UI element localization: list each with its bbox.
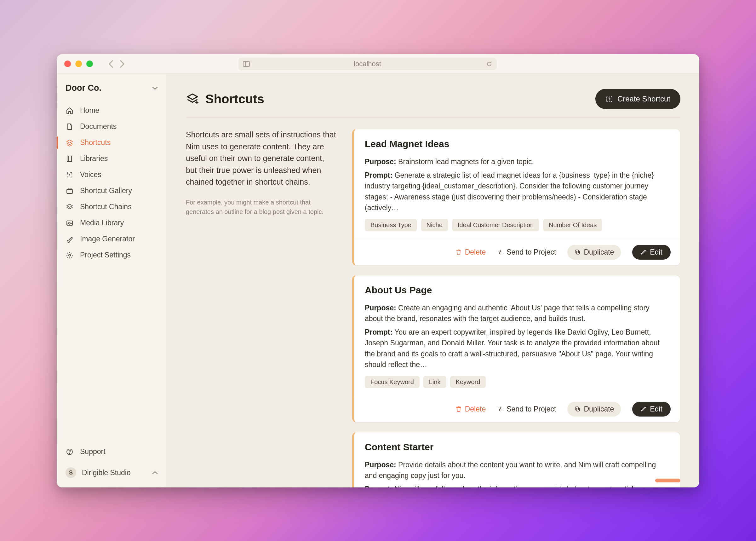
brush-icon [66,236,74,243]
tag: Link [423,376,446,388]
intro-example: For example, you might make a shortcut t… [186,198,337,217]
sidebar-item-image-generator[interactable]: Image Generator [57,231,167,247]
edit-button[interactable]: Edit [632,245,671,260]
tag: Keyword [450,376,486,388]
window-minimize-button[interactable] [75,61,82,67]
svg-rect-0 [243,61,249,67]
edit-button[interactable]: Edit [632,402,671,416]
pencil-icon [640,406,647,412]
sidebar-item-label: Media Library [80,219,124,227]
layers-icon [66,139,74,147]
traffic-lights [64,61,93,67]
studio-switcher[interactable]: S Dirigible Studio [57,460,167,487]
page-title: Shortcuts [205,92,264,106]
tag: Business Type [365,219,417,231]
sidebar-item-label: Shortcut Chains [80,203,132,211]
tag-list: Focus Keyword Link Keyword [365,376,669,388]
card-purpose: Purpose: Provide details about the conte… [365,459,669,481]
sidebar-item-label: Voices [80,171,102,179]
svg-rect-4 [67,189,73,194]
svg-rect-14 [575,407,578,410]
card-footer: Delete Send to Project Duplicate [354,396,680,422]
page-header: Shortcuts Create Shortcut [186,89,680,118]
send-to-project-button[interactable]: Send to Project [497,248,556,257]
sidebar-item-voices[interactable]: Voices [57,167,167,183]
intro-text: Shortcuts are small sets of instructions… [186,129,337,188]
delete-button[interactable]: Delete [456,248,486,257]
workspace-switcher[interactable]: Door Co. [57,83,167,102]
sidebar-item-shortcut-gallery[interactable]: Shortcut Gallery [57,183,167,199]
svg-point-7 [69,254,71,256]
card-purpose: Purpose: Create an engaging and authenti… [365,302,669,324]
chain-icon [66,203,74,211]
send-icon [497,406,503,412]
studio-avatar: S [66,467,76,478]
sidebar-item-shortcut-chains[interactable]: Shortcut Chains [57,199,167,215]
back-button[interactable] [108,60,114,68]
tag: Focus Keyword [365,376,420,388]
tag-list: Business Type Niche Ideal Customer Descr… [365,219,669,231]
copy-icon [574,249,580,255]
window-zoom-button[interactable] [86,61,93,67]
document-icon [66,123,74,131]
shortcut-card: Content Starter Purpose: Provide details… [352,432,680,488]
card-prompt: Prompt: Nim will carefully analyze the i… [365,484,669,488]
studio-label: Dirigible Studio [82,468,131,477]
svg-point-3 [69,174,70,176]
delete-button[interactable]: Delete [456,405,486,413]
card-footer: Delete Send to Project Duplicate [354,239,680,265]
svg-rect-13 [576,408,579,411]
sidebar-item-label: Home [80,106,99,115]
create-icon [605,95,613,103]
send-icon [497,249,503,255]
sidebar-item-project-settings[interactable]: Project Settings [57,247,167,263]
tag: Number Of Ideas [543,219,602,231]
chevron-up-icon [152,471,158,474]
sidebar-item-label: Libraries [80,154,108,163]
trash-icon [456,249,462,255]
sidebar-item-label: Project Settings [80,251,131,259]
voice-icon [66,171,74,179]
sidebar-toggle-icon[interactable] [243,61,250,67]
sidebar-item-label: Shortcuts [80,138,111,147]
help-icon [66,448,74,456]
sidebar-item-support[interactable]: Support [57,443,167,460]
reload-icon[interactable] [486,61,492,67]
tag: Niche [421,219,448,231]
sidebar-item-libraries[interactable]: Libraries [57,151,167,167]
intro-column: Shortcuts are small sets of instructions… [186,129,337,487]
send-to-project-button[interactable]: Send to Project [497,405,556,413]
duplicate-button[interactable]: Duplicate [567,402,621,416]
workspace-name: Door Co. [66,83,102,93]
trash-icon [456,406,462,412]
sidebar-item-label: Image Generator [80,235,135,243]
duplicate-button[interactable]: Duplicate [567,245,621,260]
nav-list: Home Documents Shortcuts Libraries Voice… [57,102,167,263]
chevron-down-icon [152,86,158,90]
support-label: Support [80,447,106,456]
nav-arrows [108,60,125,68]
url-bar[interactable]: localhost [238,58,497,70]
svg-rect-12 [575,250,578,253]
shortcut-card: Lead Magnet Ideas Purpose: Brainstorm le… [352,129,680,266]
copy-icon [574,406,580,412]
card-title: Content Starter [365,442,669,452]
forward-button[interactable] [119,60,125,68]
card-prompt: Prompt: You are an expert copywriter, in… [365,327,669,370]
svg-rect-11 [576,251,579,254]
titlebar: localhost [57,54,699,74]
create-shortcut-button[interactable]: Create Shortcut [595,89,680,109]
sidebar-item-documents[interactable]: Documents [57,119,167,135]
pencil-icon [640,249,647,255]
svg-point-9 [69,453,70,453]
home-icon [66,107,74,114]
sidebar-item-home[interactable]: Home [57,102,167,119]
sidebar-item-shortcuts[interactable]: Shortcuts [57,135,167,151]
main-content: Shortcuts Create Shortcut Shortcuts are … [167,74,699,487]
window-close-button[interactable] [64,61,71,67]
card-prompt: Prompt: Generate a strategic list of lea… [365,170,669,213]
sidebar-item-media-library[interactable]: Media Library [57,215,167,231]
url-text: localhost [354,60,381,68]
sidebar-item-label: Documents [80,122,117,131]
tag: Ideal Customer Description [452,219,539,231]
